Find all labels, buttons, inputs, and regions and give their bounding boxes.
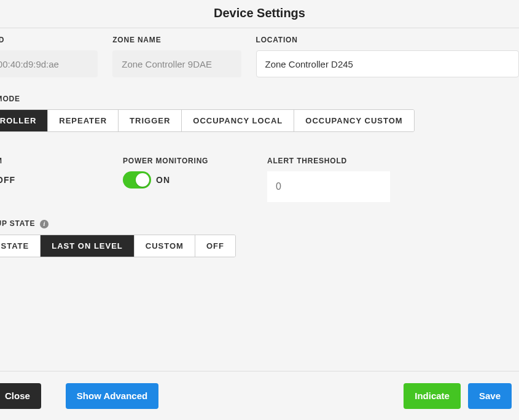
power-up-last-state[interactable]: LAST STATE: [0, 235, 41, 257]
device-mode-trigger[interactable]: TRIGGER: [119, 110, 182, 131]
power-monitoring-state: ON: [156, 175, 170, 185]
power-monitoring-label: POWER MONITORING: [123, 157, 267, 165]
soft-dim-state: OFF: [0, 175, 15, 185]
location-input[interactable]: [256, 50, 520, 77]
soft-dim-label: SOFT DIM: [0, 157, 123, 165]
device-id-label: DEVICE ID: [0, 36, 98, 44]
device-mode-occupancy-custom[interactable]: OCCUPANCY CUSTOM: [294, 110, 413, 131]
alert-threshold-input[interactable]: [267, 171, 390, 202]
footer-bar: Close Show Advanced Indicate Save: [0, 371, 519, 420]
power-up-state-group: LAST STATE LAST ON LEVEL CUSTOM OFF: [0, 235, 236, 257]
device-mode-controller[interactable]: CONTROLLER: [0, 110, 48, 131]
close-button[interactable]: Close: [0, 383, 41, 409]
power-up-state-label: POWER UP STATE i: [0, 202, 519, 235]
device-mode-label: DEVICE MODE: [0, 77, 519, 109]
power-up-state-label-text: POWER UP STATE: [0, 219, 35, 228]
page-title: Device Settings: [0, 0, 519, 28]
power-up-last-on-level[interactable]: LAST ON LEVEL: [41, 235, 135, 257]
power-up-custom[interactable]: CUSTOM: [135, 235, 195, 257]
alert-threshold-label: ALERT THRESHOLD: [267, 157, 408, 165]
save-button[interactable]: Save: [468, 383, 512, 409]
info-icon[interactable]: i: [40, 220, 49, 228]
show-advanced-button[interactable]: Show Advanced: [66, 383, 158, 409]
device-id-value: c3:a2:00:40:d9:9d:ae: [0, 50, 98, 77]
zone-name-value: Zone Controller 9DAE: [112, 50, 241, 77]
toggle-knob-icon: [136, 173, 149, 187]
device-mode-repeater[interactable]: REPEATER: [48, 110, 119, 131]
zone-name-label: ZONE NAME: [112, 36, 241, 44]
device-mode-group: CONTROLLER REPEATER TRIGGER OCCUPANCY LO…: [0, 109, 415, 132]
power-monitoring-toggle[interactable]: [123, 171, 151, 189]
device-mode-occupancy-local[interactable]: OCCUPANCY LOCAL: [182, 110, 294, 131]
indicate-button[interactable]: Indicate: [404, 383, 461, 409]
location-label: LOCATION: [256, 36, 520, 44]
power-up-off[interactable]: OFF: [195, 235, 235, 257]
